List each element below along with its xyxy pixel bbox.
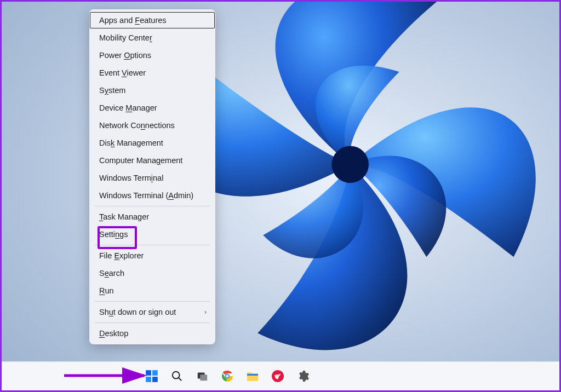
menu-item-label: Event Viewer xyxy=(99,68,146,77)
menu-item-label: Settings xyxy=(99,230,128,239)
menu-item-label: Shut down or sign out xyxy=(99,308,176,316)
menu-item-label: File Explorer xyxy=(99,251,144,260)
svg-rect-3 xyxy=(152,370,158,376)
winx-menu: Apps and FeaturesMobility CenterPower Op… xyxy=(89,9,215,344)
menu-separator xyxy=(95,206,210,206)
menu-item-label: Desktop xyxy=(99,329,128,338)
explorer-icon xyxy=(246,370,259,382)
menu-item-settings[interactable]: Settings xyxy=(89,226,215,243)
search-icon xyxy=(171,370,183,382)
menu-item-event-viewer[interactable]: Event Viewer xyxy=(89,64,215,82)
menu-item-label: System xyxy=(99,86,125,95)
menu-item-disk-management[interactable]: Disk Management xyxy=(89,134,215,152)
svg-rect-5 xyxy=(152,377,158,382)
menu-item-task-manager[interactable]: Task Manager xyxy=(89,208,215,226)
chevron-right-icon: › xyxy=(204,308,207,316)
menu-item-system[interactable]: System xyxy=(89,82,215,99)
mail-button[interactable] xyxy=(270,368,285,384)
menu-item-label: Power Options xyxy=(99,51,151,60)
menu-item-search[interactable]: Search xyxy=(89,264,215,282)
menu-item-label: Windows Terminal xyxy=(99,174,163,182)
svg-rect-2 xyxy=(146,370,151,376)
menu-item-file-explorer[interactable]: File Explorer xyxy=(89,247,215,264)
menu-item-label: Device Manager xyxy=(99,103,157,112)
menu-item-shutdown[interactable]: Shut down or sign out› xyxy=(89,303,215,321)
svg-rect-13 xyxy=(247,374,258,376)
menu-item-mobility-center[interactable]: Mobility Center xyxy=(89,29,215,47)
menu-item-label: Network Connections xyxy=(99,121,175,130)
svg-point-1 xyxy=(331,146,369,183)
menu-item-label: Windows Terminal (Admin) xyxy=(99,191,193,200)
start-button[interactable] xyxy=(144,368,159,384)
gear-icon xyxy=(296,370,310,383)
chrome-button[interactable] xyxy=(220,368,235,384)
taskbar-search-button[interactable] xyxy=(169,368,185,384)
menu-item-network-connections[interactable]: Network Connections xyxy=(89,117,215,134)
menu-item-power-options[interactable]: Power Options xyxy=(89,47,215,64)
desktop-wallpaper xyxy=(2,2,559,390)
menu-item-windows-terminal[interactable]: Windows Terminal xyxy=(89,169,215,187)
menu-item-label: Disk Management xyxy=(99,139,163,147)
menu-item-apps-features[interactable]: Apps and Features xyxy=(89,11,215,29)
menu-item-label: Computer Management xyxy=(99,156,182,165)
svg-rect-9 xyxy=(200,374,207,381)
menu-item-label: Search xyxy=(99,269,124,278)
file-explorer-button[interactable] xyxy=(245,368,260,384)
menu-item-computer-management[interactable]: Computer Management xyxy=(89,152,215,169)
menu-separator xyxy=(95,245,210,245)
menu-item-label: Apps and Features xyxy=(99,16,167,25)
taskbar xyxy=(2,361,559,390)
settings-button[interactable] xyxy=(295,368,311,384)
menu-item-label: Mobility Center xyxy=(99,33,152,42)
menu-separator xyxy=(95,301,210,302)
chrome-icon xyxy=(221,370,234,383)
svg-rect-4 xyxy=(146,377,151,382)
screenshot-frame: Apps and FeaturesMobility CenterPower Op… xyxy=(0,0,561,392)
menu-separator xyxy=(95,322,210,323)
svg-point-6 xyxy=(173,372,180,379)
start-icon xyxy=(145,369,159,383)
mail-icon xyxy=(271,370,284,383)
menu-item-label: Task Manager xyxy=(99,212,149,221)
menu-item-device-manager[interactable]: Device Manager xyxy=(89,99,215,117)
taskview-icon xyxy=(196,370,208,382)
menu-item-desktop[interactable]: Desktop xyxy=(89,325,215,342)
svg-line-7 xyxy=(179,378,182,381)
task-view-button[interactable] xyxy=(194,368,210,384)
menu-item-run[interactable]: Run xyxy=(89,282,215,299)
svg-point-12 xyxy=(226,375,229,378)
menu-item-windows-terminal-admin[interactable]: Windows Terminal (Admin) xyxy=(89,187,215,204)
menu-item-label: Run xyxy=(99,286,114,295)
